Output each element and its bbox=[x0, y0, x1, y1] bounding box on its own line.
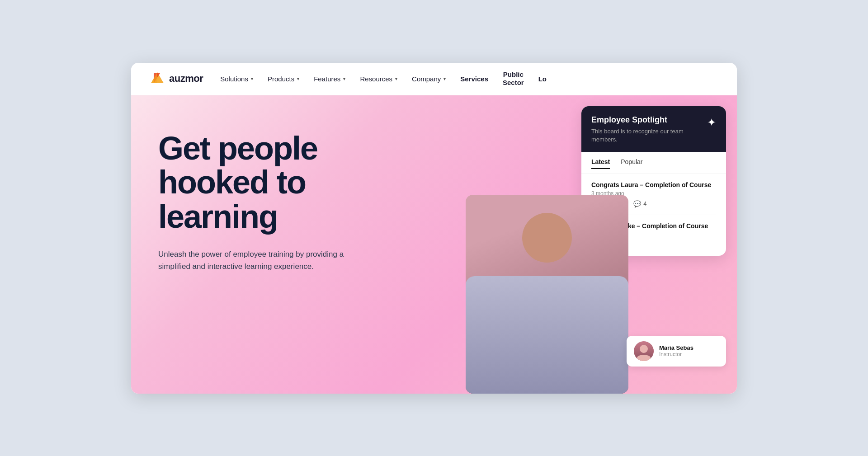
nav-links: Solutions ▾ Products ▾ Features ▾ Resour… bbox=[214, 67, 719, 90]
instructor-info: Maria Sebas Instructor bbox=[659, 344, 693, 357]
nav-login[interactable]: Lo bbox=[532, 71, 553, 86]
nav-company[interactable]: Company ▾ bbox=[406, 71, 452, 86]
chevron-icon: ▾ bbox=[443, 76, 446, 81]
hero-person-image bbox=[466, 195, 628, 394]
nav-services[interactable]: Services bbox=[454, 71, 495, 86]
instructor-name: Maria Sebas bbox=[659, 344, 693, 351]
person-silhouette bbox=[466, 195, 628, 394]
spotlight-tabs: Latest Popular bbox=[581, 152, 726, 174]
chevron-icon: ▾ bbox=[343, 76, 345, 81]
hero-subtitle: Unleash the power of employee training b… bbox=[158, 248, 348, 273]
browser-window: auzmor Solutions ▾ Products ▾ Features ▾… bbox=[131, 63, 737, 394]
tab-latest[interactable]: Latest bbox=[591, 158, 610, 169]
comment-stat: 💬 4 bbox=[633, 200, 646, 207]
nav-solutions[interactable]: Solutions ▾ bbox=[214, 71, 259, 86]
chevron-icon: ▾ bbox=[395, 76, 397, 81]
tab-popular[interactable]: Popular bbox=[621, 158, 642, 169]
hero-title: Get people hooked to learning bbox=[158, 132, 384, 234]
post-title: Congrats Laura – Completion of Course bbox=[591, 181, 716, 188]
logo-text: auzmor bbox=[169, 73, 203, 85]
spotlight-header: Employee Spotlight This board is to reco… bbox=[581, 106, 726, 152]
spotlight-header-text: Employee Spotlight This board is to reco… bbox=[591, 115, 707, 144]
instructor-card: Maria Sebas Instructor bbox=[627, 336, 726, 367]
hero-content: Get people hooked to learning Unleash th… bbox=[131, 95, 411, 394]
navbar: auzmor Solutions ▾ Products ▾ Features ▾… bbox=[131, 63, 737, 95]
nav-products[interactable]: Products ▾ bbox=[261, 71, 306, 86]
hero-right: Employee Spotlight This board is to reco… bbox=[411, 95, 737, 394]
instructor-role: Instructor bbox=[659, 351, 693, 357]
avatar-img bbox=[634, 341, 654, 361]
logo[interactable]: auzmor bbox=[149, 71, 203, 87]
nav-resources[interactable]: Resources ▾ bbox=[354, 71, 404, 86]
comment-icon: 💬 bbox=[633, 200, 641, 207]
hero-section: Get people hooked to learning Unleash th… bbox=[131, 95, 737, 394]
spotlight-desc: This board is to recognize our team memb… bbox=[591, 127, 707, 144]
chevron-icon: ▾ bbox=[251, 76, 253, 81]
chevron-icon: ▾ bbox=[297, 76, 299, 81]
avatar bbox=[634, 341, 654, 361]
spotlight-title: Employee Spotlight bbox=[591, 115, 707, 125]
comment-count: 4 bbox=[643, 200, 646, 207]
nav-public-sector[interactable]: Public Sector bbox=[496, 67, 530, 90]
nav-features[interactable]: Features ▾ bbox=[307, 71, 352, 86]
sparkle-icon: ✦ bbox=[707, 116, 716, 129]
